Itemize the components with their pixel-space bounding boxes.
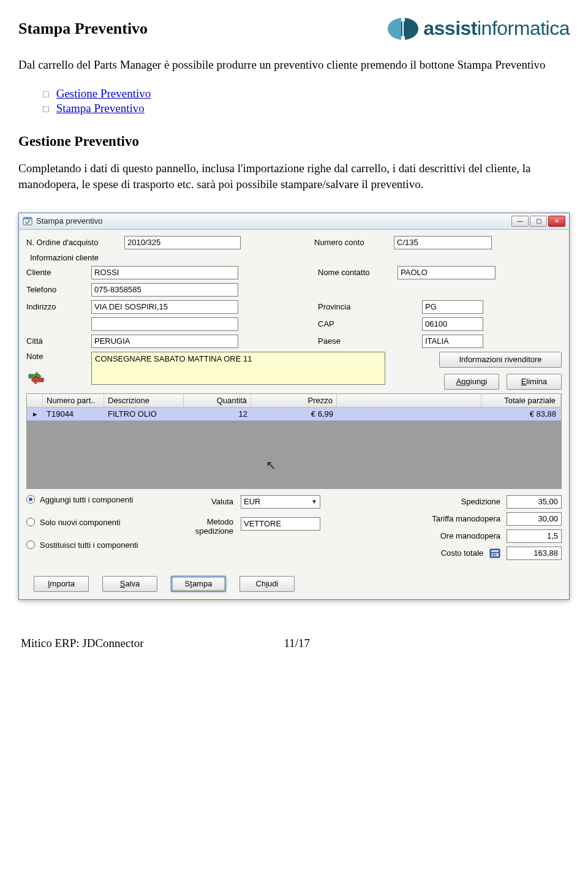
label-numero-conto: Numero conto [314,238,388,247]
col-quantita[interactable]: Quantità [184,394,251,407]
label-cliente: Cliente [26,268,85,277]
label-provincia: Provincia [318,302,416,311]
label-tariffa-manodopera: Tariffa manodopera [432,514,500,523]
label-telefono: Telefono [26,285,85,294]
output-costo-totale: 163,88 [507,547,562,560]
input-indirizzo2[interactable] [91,317,238,331]
page-title: Stampa Preventivo [18,20,148,38]
input-ore-manodopera[interactable]: 1,5 [507,529,562,543]
label-valuta: Valuta [178,497,233,506]
row-indicator-icon: ▸ [27,407,43,420]
aggiungi-button[interactable]: Aggiungi [444,374,499,390]
grid-empty-area: ↖ [27,421,561,488]
table-row[interactable]: ▸ T19044 FILTRO OLIO 12 € 6,99 € 83,88 [27,407,561,421]
intro-paragraph: Dal carrello del Parts Manager è possibi… [18,57,570,74]
input-n-ordine[interactable]: 2010/325 [124,236,241,249]
svg-rect-3 [23,218,32,219]
input-citta[interactable]: PERUGIA [91,335,238,348]
label-paese: Paese [318,336,416,346]
svg-rect-5 [491,550,499,552]
groupbox-informazioni-cliente: Informazioni cliente [30,253,562,262]
section-description: Completando i dati di questo pannello, i… [18,161,570,193]
logo-text-bold: assist [423,17,477,39]
svg-rect-9 [491,555,493,556]
cell-descrizione: FILTRO OLIO [104,407,184,420]
cell-totale-parziale: € 83,88 [481,407,561,420]
footer-product: Mitico ERP: JDConnector [21,637,144,650]
label-note: Note [26,352,85,361]
input-numero-conto[interactable]: C/135 [394,236,492,249]
link-stampa-preventivo[interactable]: Stampa Preventivo [56,102,145,115]
svg-rect-0 [401,21,402,36]
label-citta: Città [26,336,85,346]
importa-button[interactable]: Importa [34,576,89,592]
window-title: Stampa preventivo [36,216,102,225]
label-radio-aggiungi-tutti: Aggiungi tutti i componenti [40,495,133,504]
label-metodo-spedizione: Metodo spedizione [178,517,233,536]
grid-header: Numero part.. Descrizione Quantità Prezz… [27,394,561,407]
input-cap[interactable]: 06100 [422,317,483,331]
swap-icon[interactable] [26,368,46,388]
label-radio-solo-nuovi: Solo nuovi componenti [40,518,121,527]
col-prezzo[interactable]: Prezzo [251,394,337,407]
radio-solo-nuovi[interactable] [26,518,35,526]
input-spedizione[interactable]: 35,00 [507,495,562,509]
select-valuta-value: EUR [244,497,260,506]
logo-text-light: informatica [477,17,570,39]
stampa-button[interactable]: Stampa [171,576,226,592]
svg-rect-8 [496,553,499,556]
input-paese[interactable]: ITALIA [422,335,483,348]
input-provincia[interactable]: PG [422,300,483,314]
label-costo-totale: Costo totale [441,548,483,558]
select-valuta[interactable]: EUR ▼ [241,495,320,509]
input-indirizzo[interactable]: VIA DEI SOSPIRI,15 [91,300,238,314]
svg-rect-10 [494,555,496,556]
link-gestione-preventivo[interactable]: Gestione Preventivo [56,87,151,100]
info-rivenditore-button[interactable]: Informazioni rivenditore [439,352,562,368]
input-metodo-spedizione[interactable]: VETTORE [241,517,320,531]
col-numero-part[interactable]: Numero part.. [43,394,104,407]
input-telefono[interactable]: 075-8358585 [91,283,238,297]
chiudi-button[interactable]: Chiudi [239,576,295,592]
input-tariffa-manodopera[interactable]: 30,00 [507,512,562,526]
window-app-icon [23,216,32,226]
input-nome-contatto[interactable]: PAOLO [398,266,496,279]
window-close-button[interactable]: ✕ [548,216,565,227]
textarea-note[interactable]: CONSEGNARE SABATO MATTINA ORE 11 [91,352,385,385]
label-radio-sostituisci: Sostituisci tutti i componenti [40,540,138,550]
col-totale-parziale[interactable]: Totale parziale [481,394,561,407]
label-spedizione: Spedizione [461,497,500,506]
label-ore-manodopera: Ore manodopera [440,531,500,540]
window-minimize-button[interactable]: — [511,216,529,227]
elimina-button[interactable]: Elimina [507,374,562,390]
parts-grid: Numero part.. Descrizione Quantità Prezz… [26,393,562,489]
chevron-down-icon: ▼ [311,498,317,505]
logo-icon [388,18,418,40]
svg-rect-7 [494,553,496,555]
svg-rect-1 [404,21,405,36]
calculator-icon[interactable] [489,548,500,558]
cell-numero-part: T19044 [43,407,104,420]
dialog-stampa-preventivo: Stampa preventivo — ▢ ✕ N. Ordine d'acqu… [18,213,570,600]
company-logo: assistinformatica [388,17,570,40]
cursor-icon: ↖ [266,458,276,472]
label-nome-contatto: Nome contatto [318,268,391,277]
cell-quantita: 12 [184,407,251,420]
label-indirizzo: Indirizzo [26,302,85,311]
section-title: Gestione Preventivo [18,134,570,150]
radio-sostituisci[interactable] [26,540,35,549]
label-cap: CAP [318,319,416,328]
svg-rect-6 [491,553,493,555]
radio-aggiungi-tutti[interactable] [26,495,35,504]
window-maximize-button[interactable]: ▢ [530,216,547,227]
footer-page: 11/17 [284,637,310,650]
cell-prezzo: € 6,99 [251,407,337,420]
label-n-ordine: N. Ordine d'acquisto [26,238,118,247]
input-cliente[interactable]: ROSSI [91,266,238,279]
salva-button[interactable]: Salva [102,576,157,592]
window-titlebar: Stampa preventivo — ▢ ✕ [19,213,569,230]
col-descrizione[interactable]: Descrizione [104,394,184,407]
